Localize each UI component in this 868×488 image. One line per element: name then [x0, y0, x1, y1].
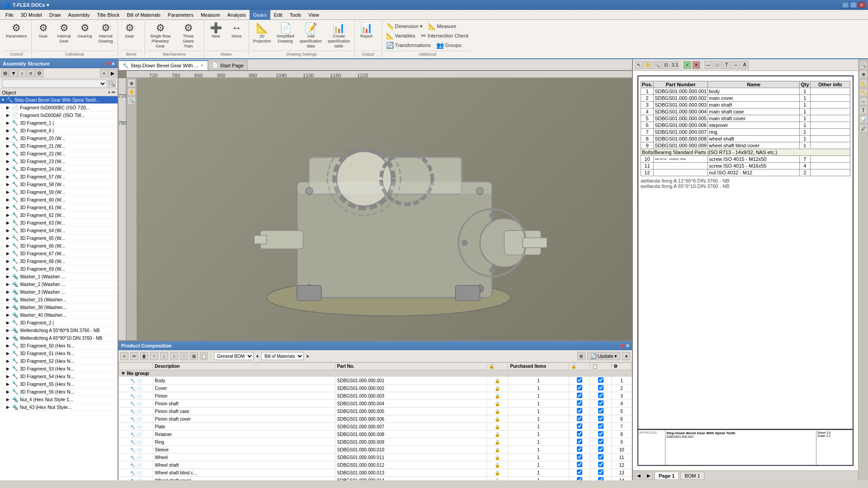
bom-row[interactable]: 🔧 📄 Sleeve SDBGS01.000.000.010 🔒 1 10: [119, 446, 632, 454]
next-page-btn[interactable]: ▶: [645, 472, 653, 480]
tree-expander[interactable]: ▶: [6, 389, 12, 394]
ppt-edit-btn[interactable]: ✏: [130, 352, 138, 360]
dt-select-btn[interactable]: ↖: [635, 61, 643, 69]
tree-expander[interactable]: ▶: [6, 359, 12, 363]
bom-cell-check1[interactable]: [569, 438, 590, 446]
ribbon-btn-report[interactable]: 📊 Report: [357, 22, 377, 40]
bom-checkbox-2[interactable]: [598, 377, 604, 383]
dt-rect-btn[interactable]: □: [713, 61, 722, 69]
menu-titleblock[interactable]: Title Block: [93, 10, 123, 20]
menu-3dmodel[interactable]: 3D Model: [17, 10, 46, 20]
menu-edit[interactable]: Edit: [270, 10, 286, 20]
tree-expander[interactable]: ▶: [6, 282, 12, 286]
tree-item[interactable]: ▶ 🔧 3D Fragment_67 (W...: [0, 250, 118, 258]
ppt-more-btn[interactable]: ⋮: [180, 352, 188, 360]
menu-assembly[interactable]: Assembly: [64, 10, 93, 20]
tree-item[interactable]: ▶ 🔩 Washer_2 (Washer ...: [0, 281, 118, 288]
bom-checkbox-1[interactable]: [577, 462, 582, 467]
ribbon-btn-add-spec[interactable]: 📝 Add specificationdata: [297, 22, 325, 50]
bom-checkbox-2[interactable]: [598, 469, 604, 475]
bom-cell-check2[interactable]: [590, 438, 611, 446]
dt-line-btn[interactable]: —: [704, 61, 712, 69]
bom-checkbox-2[interactable]: [598, 400, 604, 406]
col-partno[interactable]: Part No.: [335, 363, 487, 370]
ribbon-btn-bevel-gear[interactable]: ⚙ Gear: [120, 22, 140, 40]
tree-expander[interactable]: ▶: [6, 151, 12, 156]
bom-checkbox-2[interactable]: [598, 393, 604, 398]
tree-item[interactable]: ▶ 🔧 3D Fragment_56 (Hex N...: [0, 388, 118, 396]
bom-cell-check2[interactable]: [590, 377, 611, 385]
tree-item[interactable]: ▶ 🔧 3D Fragment_53 (Hex N...: [0, 365, 118, 373]
tree-item[interactable]: ▶ 🔧 3D Fragment_61 (W...: [0, 204, 118, 211]
re-btn-8[interactable]: 🖊: [859, 124, 868, 132]
ppt-up-btn[interactable]: ↑: [150, 352, 158, 360]
bom-cell-check1[interactable]: [569, 400, 590, 408]
menu-analysis[interactable]: Analysis: [224, 10, 250, 20]
tree-item[interactable]: ▶ 🔧 3D Fragment_20 (W...: [0, 135, 118, 142]
tree-item[interactable]: ▶ 🔩 Washer_38 (Washer...: [0, 304, 118, 311]
bom-checkbox-1[interactable]: [577, 393, 582, 398]
tree-expand-btn[interactable]: ⊞: [1, 69, 9, 77]
bom-checkbox-1[interactable]: [577, 423, 582, 429]
panel-close-btn[interactable]: ✕: [111, 61, 115, 66]
dt-fit-btn[interactable]: ⊡: [662, 61, 670, 69]
bom-checkbox-1[interactable]: [577, 385, 582, 390]
bom-checkbox-1[interactable]: [577, 416, 582, 421]
re-btn-7[interactable]: 📊: [859, 115, 868, 123]
tree-expander[interactable]: ▶: [6, 167, 12, 171]
tree-add-btn[interactable]: +: [100, 69, 108, 77]
bom-cell-check2[interactable]: [590, 385, 611, 392]
update-btn[interactable]: 🔄 Update ▾: [587, 352, 620, 360]
filter-select[interactable]: [2, 80, 107, 88]
bom-cell-check2[interactable]: [590, 423, 611, 431]
tree-edit-icon[interactable]: ✏: [112, 89, 116, 95]
bom-cell-check2[interactable]: [590, 469, 611, 477]
bom-checkbox-1[interactable]: [577, 439, 582, 444]
ribbon-btn-simplified-drawing[interactable]: 📄 SimplifiedDrawing: [274, 22, 297, 45]
tree-expander[interactable]: ▶: [6, 259, 12, 263]
ribbon-btn-variables[interactable]: 📐 Variables: [384, 31, 418, 40]
ppt-filter-btn[interactable]: ▾: [622, 352, 630, 360]
tree-expander[interactable]: ▶: [6, 213, 12, 217]
bom-row[interactable]: 🔧 📄 Pinion SDBGS01.000.000.003 🔒 1 3: [119, 392, 632, 400]
ribbon-btn-gearing[interactable]: ⚙ Gearing: [75, 22, 95, 40]
tree-expander[interactable]: ▶: [6, 366, 12, 371]
tree-expander[interactable]: ▶: [6, 228, 12, 233]
tree-item[interactable]: ▶ 🔧 3D Fragment_58 (W...: [0, 181, 118, 188]
model-viewport[interactable]: [127, 78, 632, 340]
tree-expander[interactable]: ▶: [6, 197, 12, 202]
ppt-expand-btn[interactable]: ⊞: [190, 352, 198, 360]
bom-cell-check1[interactable]: [569, 408, 590, 415]
menu-measure[interactable]: Measure: [197, 10, 224, 20]
tree-item[interactable]: ▶ 🔩 Washer_3 (Washer ...: [0, 288, 118, 296]
menu-tools[interactable]: Tools: [286, 10, 305, 20]
bom-checkbox-2[interactable]: [598, 439, 604, 444]
tree-expander[interactable]: ▶: [6, 382, 12, 386]
tree-expander[interactable]: ▶: [6, 320, 12, 325]
tree-expander[interactable]: ▶: [6, 113, 12, 117]
dt-text-btn[interactable]: T: [722, 61, 731, 69]
bom-cell-check2[interactable]: [590, 454, 611, 461]
bom-cell-check2[interactable]: [590, 415, 611, 423]
bom-cell-check1[interactable]: [569, 446, 590, 454]
tree-item[interactable]: ▶ 🔧 3D Fragment_65 (W...: [0, 235, 118, 242]
tree-item[interactable]: ▶ 🔧 3D Fragment_66 (W...: [0, 242, 118, 250]
tree-item[interactable]: ▶ 🔧 3D Fragment_23 (W...: [0, 158, 118, 165]
bom-checkbox-2[interactable]: [598, 462, 604, 467]
ribbon-btn-transformations[interactable]: 🔄 Transformations: [384, 41, 433, 50]
bom-row[interactable]: 🔧 📄 Cover SDBGS01.000.000.002 🔒 1 2: [119, 385, 632, 392]
bom-group-row[interactable]: ▼ No group: [119, 370, 632, 377]
ribbon-btn-groups[interactable]: 👥 Groups: [434, 41, 464, 50]
vp-select-btn[interactable]: ⊕: [127, 79, 136, 87]
bom-checkbox-1[interactable]: [577, 377, 582, 383]
tree-item[interactable]: ▶ 🔧 3D Fragment_62 (W...: [0, 211, 118, 219]
menu-gears[interactable]: Gears: [250, 10, 270, 20]
dt-100-btn[interactable]: 1:1: [671, 61, 679, 69]
product-panel-close[interactable]: ✕: [626, 343, 629, 348]
close-btn[interactable]: ✕: [858, 2, 865, 8]
tree-settings-btn[interactable]: ⚙: [35, 69, 43, 77]
re-btn-5[interactable]: ↔: [859, 97, 868, 105]
bom-checkbox-1[interactable]: [577, 454, 582, 460]
ribbon-btn-intersection[interactable]: ✂ Intersection Check: [419, 31, 471, 40]
tree-expander[interactable]: ▶: [6, 351, 12, 356]
